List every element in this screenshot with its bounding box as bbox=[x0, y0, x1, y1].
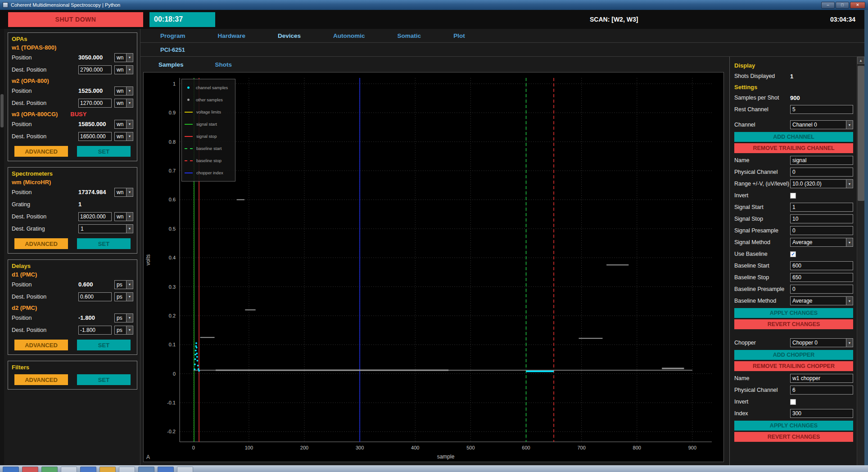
legend-swatch-icon bbox=[185, 172, 193, 173]
baseline-method-label: Baseline Method bbox=[734, 298, 790, 304]
wm-position-units-dropdown[interactable]: wn ▼ bbox=[114, 188, 133, 197]
wm-dest-grating-dropdown[interactable]: 1 ▼ bbox=[78, 224, 133, 233]
delays-set-button[interactable]: SET bbox=[77, 340, 131, 350]
w3-dest-units-value: wn bbox=[115, 133, 126, 140]
revert-chopper-changes-button[interactable]: REVERT CHANGES bbox=[734, 432, 853, 442]
signal-presample-input[interactable] bbox=[790, 226, 853, 235]
baseline-stop-input[interactable] bbox=[790, 273, 853, 282]
taskbar-item[interactable] bbox=[41, 467, 58, 472]
wm-dest-units-dropdown[interactable]: wn ▼ bbox=[114, 212, 133, 221]
sidebar-scrollbar-thumb[interactable] bbox=[0, 94, 4, 127]
close-button[interactable]: ✕ bbox=[850, 2, 865, 9]
w3-dest-units-dropdown[interactable]: wn ▼ bbox=[114, 132, 133, 141]
legend-item-label: baseline start bbox=[196, 146, 222, 151]
delays-advanced-button[interactable]: ADVANCED bbox=[14, 340, 68, 350]
channel-name-input[interactable] bbox=[790, 156, 853, 165]
settings-scrollbar-thumb[interactable] bbox=[858, 66, 864, 201]
tab-somatic[interactable]: Somatic bbox=[398, 32, 421, 39]
chopper-label: Chopper bbox=[734, 340, 790, 346]
sidebar-scrollbar[interactable] bbox=[0, 29, 4, 465]
hardware-name-w2: w2 (OPA-800) bbox=[12, 77, 133, 84]
tab-plot[interactable]: Plot bbox=[453, 32, 465, 39]
samples-plot[interactable]: 0100200300400500600700800900-0.2-0.100.1… bbox=[143, 72, 724, 462]
channel-dropdown[interactable]: Channel 0 ▼ bbox=[790, 120, 853, 129]
signal-method-value: Average bbox=[791, 239, 846, 245]
taskbar-item[interactable] bbox=[3, 467, 19, 472]
w2-dest-units-dropdown[interactable]: wn ▼ bbox=[114, 99, 133, 108]
w3-dest-input[interactable] bbox=[78, 132, 112, 141]
physical-channel-input[interactable] bbox=[790, 168, 853, 177]
chopper-index-input[interactable] bbox=[790, 409, 853, 418]
opas-advanced-button[interactable]: ADVANCED bbox=[14, 146, 68, 157]
window-controls: – □ ✕ bbox=[821, 2, 865, 9]
plot-legend[interactable]: channel samplesother samplesvoltage limi… bbox=[181, 79, 235, 182]
filters-advanced-button[interactable]: ADVANCED bbox=[14, 374, 68, 385]
remove-trailing-chopper-button[interactable]: REMOVE TRAILING CHOPPER bbox=[734, 361, 853, 371]
w1-dest-units-dropdown[interactable]: wn ▼ bbox=[114, 65, 133, 74]
spectrometers-set-button[interactable]: SET bbox=[77, 238, 131, 249]
chopper-name-input[interactable] bbox=[790, 374, 853, 383]
taskbar-item[interactable] bbox=[22, 467, 38, 472]
tab-hardware[interactable]: Hardware bbox=[218, 32, 246, 39]
signal-start-input[interactable] bbox=[790, 203, 853, 212]
invert-checkbox[interactable] bbox=[790, 193, 796, 199]
tab-pci-6251[interactable]: PCI-6251 bbox=[160, 46, 185, 53]
use-baseline-checkbox[interactable]: ✓ bbox=[790, 251, 796, 257]
filters-set-button[interactable]: SET bbox=[77, 374, 131, 385]
baseline-start-input[interactable] bbox=[790, 261, 853, 270]
w2-dest-input[interactable] bbox=[78, 99, 112, 108]
d2-position-units-dropdown[interactable]: ps ▼ bbox=[114, 313, 133, 322]
baseline-presample-input[interactable] bbox=[790, 285, 853, 294]
scroll-up-icon[interactable]: ▲ bbox=[857, 57, 864, 64]
spectrometers-advanced-button[interactable]: ADVANCED bbox=[14, 238, 68, 249]
w1-dest-input[interactable] bbox=[78, 65, 112, 74]
remove-trailing-channel-button[interactable]: REMOVE TRAILING CHANNEL bbox=[734, 143, 853, 153]
w2-position-units-dropdown[interactable]: wn ▼ bbox=[114, 86, 133, 95]
add-chopper-button[interactable]: ADD CHOPPER bbox=[734, 350, 853, 360]
tab-program[interactable]: Program bbox=[160, 32, 185, 39]
minimize-button[interactable]: – bbox=[821, 2, 835, 9]
taskbar-item[interactable] bbox=[99, 467, 116, 472]
taskbar-item[interactable] bbox=[177, 467, 193, 472]
taskbar-item[interactable] bbox=[158, 467, 174, 472]
d1-dest-input[interactable] bbox=[78, 292, 112, 301]
baseline-method-dropdown[interactable]: Average ▼ bbox=[790, 296, 853, 305]
taskbar-item[interactable] bbox=[80, 467, 96, 472]
d1-name: d1 (PMC) bbox=[12, 271, 37, 278]
tab-samples[interactable]: Samples bbox=[158, 61, 184, 68]
tab-devices[interactable]: Devices bbox=[278, 32, 301, 39]
invert-label: Invert bbox=[734, 192, 790, 199]
autorange-button[interactable]: A bbox=[145, 454, 152, 461]
taskbar-item[interactable] bbox=[138, 467, 154, 472]
d2-dest-units-dropdown[interactable]: ps ▼ bbox=[114, 326, 133, 335]
chopper-invert-checkbox[interactable] bbox=[790, 399, 796, 405]
shutdown-button[interactable]: SHUT DOWN bbox=[8, 12, 143, 27]
rest-channel-input[interactable] bbox=[790, 105, 853, 114]
settings-scrollbar[interactable]: ▲ bbox=[857, 57, 864, 465]
app-icon bbox=[3, 2, 8, 8]
opas-set-button[interactable]: SET bbox=[77, 146, 131, 157]
apply-chopper-changes-button[interactable]: APPLY CHANGES bbox=[734, 421, 853, 431]
add-channel-button[interactable]: ADD CHANNEL bbox=[734, 132, 853, 142]
signal-method-dropdown[interactable]: Average ▼ bbox=[790, 238, 853, 247]
chopper-physical-channel-input[interactable] bbox=[790, 386, 853, 395]
taskbar-item[interactable] bbox=[119, 467, 135, 472]
maximize-button[interactable]: □ bbox=[836, 2, 849, 9]
chopper-dropdown[interactable]: Chopper 0 ▼ bbox=[790, 338, 853, 347]
chevron-down-icon: ▼ bbox=[846, 180, 853, 188]
tab-autonomic[interactable]: Autonomic bbox=[333, 32, 365, 39]
signal-stop-input[interactable] bbox=[790, 214, 853, 223]
revert-channel-changes-button[interactable]: REVERT CHANGES bbox=[734, 319, 853, 329]
w1-position-units-dropdown[interactable]: wn ▼ bbox=[114, 53, 133, 62]
signal-stop-label: Signal Stop bbox=[734, 216, 790, 222]
wm-dest-input[interactable] bbox=[78, 212, 112, 221]
taskbar-item[interactable] bbox=[61, 467, 77, 472]
range-dropdown[interactable]: 10.0 (320.0) ▼ bbox=[790, 179, 853, 188]
tab-shots[interactable]: Shots bbox=[215, 61, 232, 68]
w3-position-units-dropdown[interactable]: wn ▼ bbox=[114, 120, 133, 129]
apply-channel-changes-button[interactable]: APPLY CHANGES bbox=[734, 308, 853, 318]
d2-dest-input[interactable] bbox=[78, 326, 112, 335]
hardware-name-wm: wm (MicroHR) bbox=[12, 179, 133, 186]
d1-dest-units-dropdown[interactable]: ps ▼ bbox=[114, 292, 133, 301]
d1-position-units-dropdown[interactable]: ps ▼ bbox=[114, 280, 133, 289]
